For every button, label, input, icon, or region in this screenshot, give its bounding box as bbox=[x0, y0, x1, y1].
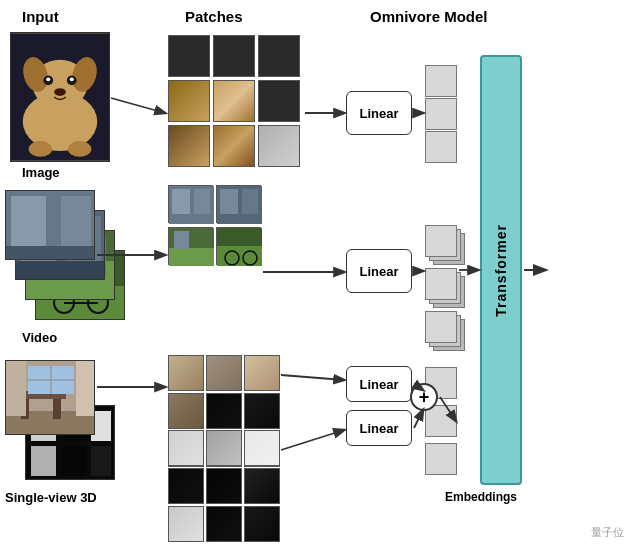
patch-3d-depth bbox=[168, 430, 204, 466]
title-patches: Patches bbox=[185, 8, 243, 25]
svg-rect-38 bbox=[169, 248, 214, 266]
linear-box-2: Linear bbox=[346, 249, 412, 293]
svg-rect-56 bbox=[6, 361, 26, 416]
label-3d: Single-view 3D bbox=[5, 490, 97, 505]
svg-rect-48 bbox=[31, 446, 56, 476]
patch-3d-depth bbox=[244, 506, 280, 542]
svg-rect-36 bbox=[242, 189, 258, 214]
patch-3d-depth bbox=[168, 468, 204, 504]
svg-point-7 bbox=[46, 77, 50, 81]
patch-3d-rgb bbox=[244, 355, 280, 391]
linear-box-3: Linear bbox=[346, 366, 412, 402]
frames-3d bbox=[5, 360, 120, 480]
svg-rect-50 bbox=[91, 446, 111, 476]
svg-rect-28 bbox=[11, 196, 46, 246]
watermark: 量子位 bbox=[591, 525, 624, 540]
embedding-video-3 bbox=[425, 311, 457, 343]
svg-rect-49 bbox=[61, 446, 86, 476]
svg-rect-57 bbox=[76, 361, 95, 416]
svg-rect-32 bbox=[172, 189, 190, 214]
patch-item bbox=[213, 35, 255, 77]
dog-image bbox=[10, 32, 110, 162]
linear-box-1: Linear bbox=[346, 91, 412, 135]
title-input: Input bbox=[22, 8, 59, 25]
patch-item bbox=[168, 125, 210, 167]
patch-item bbox=[213, 125, 255, 167]
svg-line-69 bbox=[281, 430, 344, 450]
embedding-image-1 bbox=[425, 65, 457, 97]
svg-line-61 bbox=[111, 98, 165, 113]
patches-3d-depth bbox=[168, 430, 280, 542]
patch-item bbox=[168, 80, 210, 122]
patch-3d-rgb bbox=[244, 393, 280, 429]
label-embeddings: Embeddings bbox=[445, 490, 517, 504]
svg-rect-33 bbox=[194, 189, 210, 214]
video-frames bbox=[5, 190, 135, 320]
title-omnivore: Omnivore Model bbox=[370, 8, 488, 25]
transformer-label: Transformer bbox=[493, 224, 509, 317]
patches-image bbox=[168, 35, 300, 167]
svg-rect-26 bbox=[16, 261, 105, 280]
svg-rect-29 bbox=[61, 196, 91, 246]
embedding-image-2 bbox=[425, 98, 457, 130]
patch-item bbox=[258, 35, 300, 77]
svg-rect-35 bbox=[220, 189, 238, 214]
video-patch bbox=[216, 185, 261, 223]
label-image: Image bbox=[22, 165, 60, 180]
video-patch bbox=[216, 227, 261, 265]
svg-rect-30 bbox=[6, 246, 95, 260]
transformer-block: Transformer bbox=[480, 55, 522, 485]
video-patch bbox=[168, 185, 213, 223]
svg-rect-39 bbox=[174, 231, 189, 249]
patch-3d-depth bbox=[244, 430, 280, 466]
patch-3d-rgb bbox=[168, 393, 204, 429]
patch-item bbox=[168, 35, 210, 77]
patch-3d-depth bbox=[206, 468, 242, 504]
embedding-3d-2 bbox=[425, 405, 457, 437]
rgb-frame bbox=[5, 360, 95, 435]
svg-line-68 bbox=[281, 375, 344, 380]
svg-point-11 bbox=[68, 141, 92, 157]
patch-item bbox=[213, 80, 255, 122]
plus-symbol: + bbox=[419, 387, 430, 408]
patch-3d-depth bbox=[244, 468, 280, 504]
patch-3d-rgb bbox=[206, 393, 242, 429]
svg-point-8 bbox=[70, 77, 74, 81]
embedding-image-3 bbox=[425, 131, 457, 163]
svg-rect-55 bbox=[53, 399, 61, 419]
embedding-video-2 bbox=[425, 268, 457, 300]
patch-3d-depth bbox=[206, 506, 242, 542]
linear-box-4: Linear bbox=[346, 410, 412, 446]
video-frame bbox=[5, 190, 95, 260]
plus-circle: + bbox=[410, 383, 438, 411]
patch-3d-rgb bbox=[168, 355, 204, 391]
svg-point-9 bbox=[54, 88, 66, 96]
patch-3d-depth bbox=[168, 506, 204, 542]
svg-point-10 bbox=[29, 141, 53, 157]
label-video: Video bbox=[22, 330, 57, 345]
diagram: Input Patches Omnivore Model bbox=[0, 0, 632, 544]
video-patch bbox=[168, 227, 213, 265]
svg-line-71 bbox=[414, 410, 423, 428]
patch-3d-depth bbox=[206, 430, 242, 466]
embedding-3d-3 bbox=[425, 443, 457, 475]
patch-item bbox=[258, 125, 300, 167]
patch-item bbox=[258, 80, 300, 122]
patch-3d-rgb bbox=[206, 355, 242, 391]
patches-video bbox=[168, 185, 261, 265]
embedding-video-1 bbox=[425, 225, 457, 257]
